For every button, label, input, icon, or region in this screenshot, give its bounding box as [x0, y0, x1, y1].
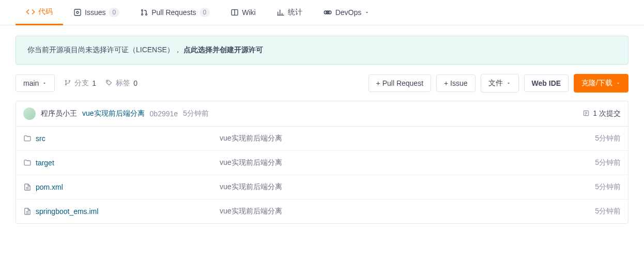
issues-count-badge: 0 — [109, 8, 119, 17]
file-commit-message[interactable]: vue实现前后端分离 — [220, 158, 595, 167]
svg-point-15 — [69, 80, 70, 81]
file-list: srcvue实现前后端分离5分钟前targetvue实现前后端分离5分钟前pom… — [16, 126, 628, 224]
branches-label: 分支 — [74, 79, 89, 88]
commits-count[interactable]: 1 次提交 — [582, 109, 621, 118]
branch-icon — [64, 79, 71, 88]
stats-icon — [277, 8, 285, 17]
file-time: 5分钟前 — [595, 158, 621, 167]
pr-count-badge: 0 — [200, 8, 210, 17]
file-row: srcvue实现前后端分离5分钟前 — [16, 127, 628, 151]
commits-count-label: 1 次提交 — [593, 109, 621, 118]
file-name: springboot_ems.iml — [36, 207, 98, 216]
chevron-down-icon — [506, 79, 511, 87]
tab-pull-requests[interactable]: Pull Requests 0 — [130, 0, 220, 25]
file-name: src — [36, 134, 45, 143]
svg-point-1 — [76, 11, 79, 13]
file-time: 5分钟前 — [595, 207, 621, 216]
file-commit-message[interactable]: vue实现前后端分离 — [220, 207, 595, 216]
toolbar-right: + Pull Request + Issue 文件 Web IDE 克隆/下载 — [369, 74, 628, 93]
svg-point-16 — [108, 81, 108, 82]
file-button[interactable]: 文件 — [481, 74, 519, 93]
notice-link[interactable]: 点此选择并创建开源许可 — [183, 45, 263, 54]
code-icon — [26, 7, 35, 17]
chevron-down-icon — [616, 79, 621, 87]
file-name: pom.xml — [36, 183, 63, 191]
file-row: springboot_ems.imlvue实现前后端分离5分钟前 — [16, 200, 628, 223]
file-row: targetvue实现前后端分离5分钟前 — [16, 151, 628, 175]
file-name-cell[interactable]: springboot_ems.iml — [23, 207, 220, 216]
svg-rect-0 — [74, 9, 81, 16]
commits-icon — [582, 110, 590, 118]
file-row: pom.xmlvue实现前后端分离5分钟前 — [16, 175, 628, 200]
file-name-cell[interactable]: src — [23, 134, 220, 143]
svg-point-4 — [146, 14, 147, 16]
commit-hash[interactable]: 0b2991e — [150, 110, 178, 118]
file-button-label: 文件 — [488, 79, 503, 88]
folder-icon — [23, 134, 32, 143]
tab-code-label: 代码 — [38, 7, 53, 17]
repo-content: 你当前开源项目尚未选择许可证（LICENSE）， 点此选择并创建开源许可 mai… — [0, 25, 644, 234]
pull-request-icon — [140, 8, 148, 17]
svg-point-3 — [142, 14, 143, 16]
clone-download-button[interactable]: 克隆/下载 — [574, 74, 628, 93]
folder-icon — [23, 159, 32, 167]
file-time: 5分钟前 — [595, 182, 621, 192]
commit-author[interactable]: 程序员小王 — [41, 109, 77, 118]
file-icon — [23, 207, 32, 216]
repo-toolbar: main 分支 1 标签 0 + Pull Request — [16, 74, 628, 93]
web-ide-label: Web IDE — [532, 79, 561, 87]
svg-point-13 — [66, 80, 67, 81]
file-name-cell[interactable]: pom.xml — [23, 183, 220, 191]
clone-label: 克隆/下载 — [581, 79, 612, 88]
branches-meta[interactable]: 分支 1 — [64, 79, 96, 88]
tab-code[interactable]: 代码 — [16, 0, 63, 25]
branches-count: 1 — [92, 79, 96, 87]
devops-icon — [323, 8, 332, 17]
file-icon — [23, 183, 32, 191]
tab-pr-label: Pull Requests — [151, 8, 196, 17]
tags-count: 0 — [133, 79, 137, 87]
toolbar-left: main 分支 1 标签 0 — [16, 74, 137, 92]
wiki-icon — [231, 8, 239, 17]
tab-stats-label: 统计 — [288, 8, 302, 17]
branch-name: main — [23, 79, 39, 87]
license-notice[interactable]: 你当前开源项目尚未选择许可证（LICENSE）， 点此选择并创建开源许可 — [16, 36, 628, 65]
tags-label: 标签 — [116, 79, 130, 88]
tab-devops-label: DevOps — [335, 8, 362, 17]
tab-stats[interactable]: 统计 — [266, 0, 313, 25]
repo-tabs: 代码 Issues 0 Pull Requests 0 Wiki 统计 DevO… — [0, 0, 644, 25]
tab-wiki-label: Wiki — [242, 8, 255, 17]
branch-selector[interactable]: main — [16, 74, 55, 92]
notice-text: 你当前开源项目尚未选择许可证（LICENSE）， — [27, 45, 181, 54]
issues-icon — [73, 8, 82, 17]
file-commit-message[interactable]: vue实现前后端分离 — [220, 134, 595, 143]
commit-message[interactable]: vue实现前后端分离 — [82, 109, 145, 118]
file-name: target — [36, 159, 54, 167]
avatar[interactable] — [23, 108, 36, 120]
chevron-down-icon — [364, 8, 370, 17]
commit-time: 5分钟前 — [183, 109, 209, 118]
tab-devops[interactable]: DevOps — [313, 0, 380, 25]
svg-point-14 — [66, 84, 67, 85]
tab-issues[interactable]: Issues 0 — [63, 0, 130, 25]
file-commit-message[interactable]: vue实现前后端分离 — [220, 182, 595, 192]
latest-commit-row: 程序员小王 vue实现前后端分离 0b2991e 5分钟前 1 次提交 — [16, 101, 628, 126]
tab-wiki[interactable]: Wiki — [220, 0, 266, 25]
file-name-cell[interactable]: target — [23, 159, 220, 167]
chevron-down-icon — [42, 79, 47, 87]
file-time: 5分钟前 — [595, 134, 621, 143]
new-issue-button[interactable]: + Issue — [436, 74, 476, 92]
tag-icon — [105, 79, 113, 88]
new-pull-request-button[interactable]: + Pull Request — [369, 74, 431, 92]
web-ide-button[interactable]: Web IDE — [524, 74, 569, 92]
svg-point-2 — [142, 10, 143, 11]
tab-issues-label: Issues — [85, 8, 105, 17]
tags-meta[interactable]: 标签 0 — [105, 79, 137, 88]
